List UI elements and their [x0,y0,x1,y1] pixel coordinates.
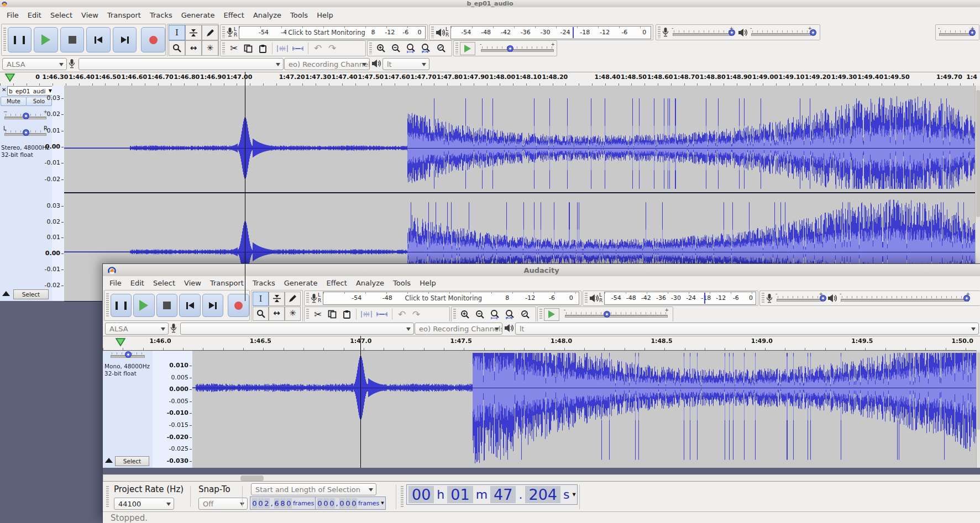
digit-cell[interactable]: 0 [339,498,345,509]
digit-cell[interactable]: 0 [352,498,357,509]
slider-thumb[interactable] [729,29,735,36]
recording-meter[interactable]: -54-48 Click to Start Monitoring 8-12-60 [323,292,579,305]
audio-position-display[interactable]: 00h01m47.204s ▼ [406,484,578,505]
pause-button[interactable] [111,294,132,317]
scrollbar-thumb[interactable] [976,90,980,217]
copy-button[interactable] [325,307,339,321]
time-unit-segment[interactable]: m [474,488,490,501]
slider-thumb[interactable] [969,29,976,36]
playback-device-dropdown[interactable]: lt [382,58,429,70]
cut-button[interactable]: ✂ [227,41,241,56]
time-value-segment[interactable]: 01 [447,486,473,503]
slider-thumb[interactable] [810,29,816,36]
time-value-segment[interactable]: 47 [490,486,516,503]
pan-slider[interactable]: L R [3,128,48,138]
zoom-in-button[interactable] [458,307,473,321]
pause-button[interactable] [8,27,32,52]
window2-titlebar[interactable]: Audacity [103,264,980,277]
selection-mode-dropdown[interactable]: Start and Length of Selection [251,483,376,495]
waveform-left-channel[interactable] [64,86,975,193]
project-rate-dropdown[interactable]: 44100 [114,498,174,510]
menu-item[interactable]: Tools [389,279,415,287]
menu-item[interactable]: Edit [126,279,149,287]
menu-item[interactable]: Effect [322,279,351,287]
skip-to-start-button[interactable] [86,27,111,52]
play-at-speed-button[interactable] [544,308,559,321]
menu-item[interactable]: Help [312,11,338,19]
monitor-hint[interactable]: Click to Start Monitoring [403,294,484,302]
zoom-tool[interactable] [169,40,185,56]
microphone-icon[interactable] [227,27,233,38]
zoom-toggle-button[interactable] [517,307,532,321]
stop-button[interactable] [156,294,178,317]
audio-host-dropdown[interactable]: ALSA [105,323,169,335]
recording-volume-slider[interactable]: -+ [672,28,733,38]
scrollbar-thumb[interactable] [977,352,980,430]
selection-start-field[interactable]: 002,680frames▼ [250,496,321,510]
digit-cell[interactable]: 2 [264,498,270,509]
fit-project-button[interactable] [502,307,517,321]
playback-speed-slider[interactable]: -+ [480,44,555,54]
menu-item[interactable]: Tracks [248,279,280,287]
time-value-segment[interactable]: 204 [525,486,560,503]
digit-cell[interactable]: 0 [286,498,292,509]
zoom-in-button[interactable] [374,41,389,56]
digit-cell[interactable]: 0 [252,498,258,509]
playback-meter[interactable]: -54-48-42-36-30-24-18-12-60 [450,26,651,39]
undo-button[interactable]: ↶ [311,41,325,56]
menu-item[interactable]: Generate [177,11,219,19]
selection-tool[interactable]: I [169,25,185,40]
close-icon[interactable]: ✕ [2,87,6,93]
timeline-pin-icon[interactable] [4,73,15,83]
digit-cell[interactable]: 0 [329,498,335,509]
silence-audio-button[interactable] [290,41,306,56]
menu-item[interactable]: Analyze [352,279,389,287]
selection-length-field[interactable]: 000,000frames▼ [315,496,386,510]
digit-cell[interactable]: 0 [323,498,329,509]
copy-button[interactable] [241,41,255,56]
digit-cell[interactable]: 0 [317,498,323,509]
zoom-out-button[interactable] [389,41,403,56]
digit-cell[interactable]: 0 [345,498,351,509]
playback-speed-slider[interactable]: -+ [564,309,669,319]
play-at-speed-button[interactable] [460,42,475,55]
recording-volume-slider[interactable]: -+ [775,293,823,303]
selection-tool[interactable]: I [253,292,269,306]
zoom-out-button[interactable] [473,307,488,321]
paste-button[interactable] [255,41,270,56]
undo-button[interactable]: ↶ [395,307,409,321]
recording-device-dropdown[interactable] [78,58,284,70]
recording-channels-dropdown[interactable]: eo) Recording Channels [415,323,502,335]
playback-device-dropdown[interactable]: lt [515,323,979,335]
fit-selection-button[interactable] [403,41,418,56]
menu-item[interactable]: File [105,279,126,287]
playback-volume-slider[interactable]: -+ [750,28,812,38]
play-button[interactable] [34,27,58,52]
recording-device-dropdown[interactable] [180,323,414,335]
window1-titlebar[interactable]: b_ep01_audio [0,0,980,8]
slider-thumb[interactable] [507,45,513,52]
digit-cell[interactable]: 6 [274,498,280,509]
timeshift-tool[interactable]: ↔ [185,40,202,56]
timeline-ruler[interactable]: 0 1:46.301:46.401:46.501:46.601:46.701:4… [0,72,980,86]
play-button[interactable] [133,294,155,317]
dropdown-arrow-icon[interactable]: ▼ [572,492,575,497]
mute-button[interactable]: Mute [1,97,27,106]
trim-audio-button[interactable] [275,41,290,56]
speaker-icon[interactable] [436,28,445,37]
vertical-scrollbar[interactable] [976,350,980,468]
silence-audio-button[interactable] [374,307,390,321]
digit-cell[interactable]: 8 [280,498,286,509]
playback-volume-slider[interactable]: -+ [840,293,970,303]
recording-channels-dropdown[interactable]: eo) Recording Channels [284,58,370,70]
time-unit-segment[interactable]: . [516,488,525,501]
record-button[interactable] [141,27,165,52]
redo-button[interactable]: ↷ [409,307,423,321]
menu-item[interactable]: View [77,11,103,19]
menu-item[interactable]: Help [415,279,441,287]
digit-cell[interactable]: , [336,498,339,509]
draw-tool[interactable] [285,292,301,306]
menu-item[interactable]: Tools [286,11,312,19]
audio-host-dropdown[interactable]: ALSA [2,58,67,70]
playback-meter[interactable]: -54-48-42-36-30-24-18-12-60 [604,292,756,305]
